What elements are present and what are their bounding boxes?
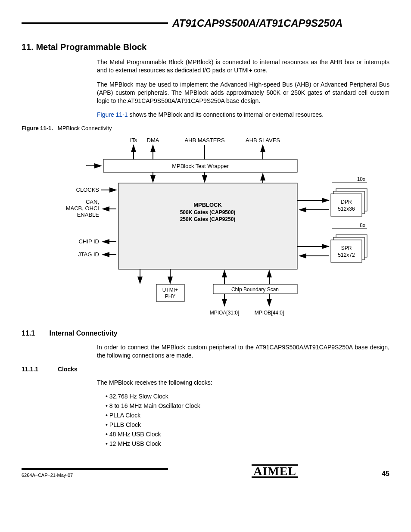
svg-text:MACB, OHCI: MACB, OHCI: [66, 205, 99, 212]
sub1-p1: In order to connect the MPBlock custom p…: [97, 343, 389, 360]
label-utmi-l1: UTMI+: [162, 287, 178, 293]
sub11-p1: The MPBlock receives the following clock…: [97, 379, 389, 387]
figure-link[interactable]: Figure 11-1: [97, 111, 128, 118]
label-test-wrapper: MPBlock Test Wrapper: [172, 163, 229, 169]
label-jtagid: JTAG ID: [78, 251, 99, 258]
label-spr-count: 8x: [360, 222, 365, 228]
footer: 6264A–CAP–21-May-07 AIMEL 45: [22, 464, 389, 478]
list-item: 8 to 16 MHz Main Oscillator Clock: [106, 402, 389, 409]
label-spr-l2: 512x72: [338, 252, 355, 258]
footer-docid: 6264A–CAP–21-May-07: [22, 473, 73, 478]
svg-text:ENABLE: ENABLE: [77, 212, 100, 218]
label-dma: DMA: [147, 137, 159, 143]
subsection-heading: 11.1 Internal Connectivity: [22, 330, 389, 337]
figure-diagram: ITs DMA AHB MASTERS AHB SLAVES MPBlock T…: [22, 136, 389, 321]
page-number: 45: [382, 470, 389, 478]
label-utmi-l2: PHY: [165, 293, 176, 299]
label-mpiob: MPIOB[44:0]: [255, 310, 284, 316]
product-title: AT91CAP9S500A/AT91CAP9S250A: [168, 17, 342, 29]
header: AT91CAP9S500A/AT91CAP9S250A: [22, 17, 389, 29]
section-heading: 11. Metal Programmable Block: [22, 42, 389, 52]
svg-rect-9: [118, 183, 297, 269]
svg-rect-25: [331, 240, 362, 262]
atmel-logo: AIMEL: [252, 464, 298, 478]
list-item: 32,768 Hz Slow Clock: [106, 393, 389, 400]
label-mpblock-l1: 500K Gates (CAP9500): [180, 209, 236, 215]
label-dpr-l1: DPR: [341, 199, 352, 205]
label-mpblock: MPBLOCK: [193, 202, 222, 208]
label-chipid: CHIP ID: [79, 238, 99, 245]
list-item: 12 MHz USB Clock: [106, 440, 389, 447]
section-p3-rest: shows the MPBlock and its connections to…: [128, 111, 324, 118]
figure-caption-text: MPBlock Connectivity: [58, 125, 112, 131]
label-mpblock-l2: 250K Gates (CAP9250): [180, 216, 236, 222]
label-dpr-count: 10x: [357, 176, 365, 182]
subsub-title: Clocks: [58, 366, 78, 373]
label-clocks: CLOCKS: [76, 187, 100, 193]
section-number: 11.: [22, 42, 34, 52]
label-its: ITs: [130, 137, 137, 143]
label-spr-l1: SPR: [341, 245, 352, 251]
list-item: PLLA Clock: [106, 412, 389, 419]
label-cbs: Chip Boundary Scan: [231, 286, 279, 292]
section-p2: The MPBlock may be used to implement the…: [97, 81, 389, 105]
header-rule-bar: [22, 22, 168, 24]
label-dpr-l2: 512x36: [338, 206, 355, 212]
figure-caption-label: Figure 11-1.: [22, 125, 53, 131]
subsection-number: 11.1: [22, 330, 47, 337]
label-mpioa: MPIOA[31:0]: [210, 310, 240, 316]
subsection-title: Internal Connectivity: [49, 330, 117, 337]
section-title: Metal Programmable Block: [36, 42, 146, 52]
figure-caption: Figure 11-1. MPBlock Connectivity: [22, 125, 389, 131]
footer-rule-bar: [22, 468, 168, 470]
section-p3: Figure 11-1 shows the MPBlock and its co…: [97, 111, 389, 119]
list-item: PLLB Clock: [106, 421, 389, 428]
label-ahb-slaves: AHB SLAVES: [246, 137, 280, 143]
label-can: CAN,: [86, 199, 99, 205]
subsub-number: 11.1.1: [22, 366, 56, 373]
subsubsection-heading: 11.1.1 Clocks: [22, 366, 389, 373]
list-item: 48 MHz USB Clock: [106, 431, 389, 438]
clocks-list: 32,768 Hz Slow Clock 8 to 16 MHz Main Os…: [106, 393, 389, 447]
section-p1: The Metal Programmable Block (MPBlock) i…: [97, 58, 389, 75]
svg-rect-19: [331, 194, 362, 216]
label-ahb-masters: AHB MASTERS: [184, 137, 225, 143]
